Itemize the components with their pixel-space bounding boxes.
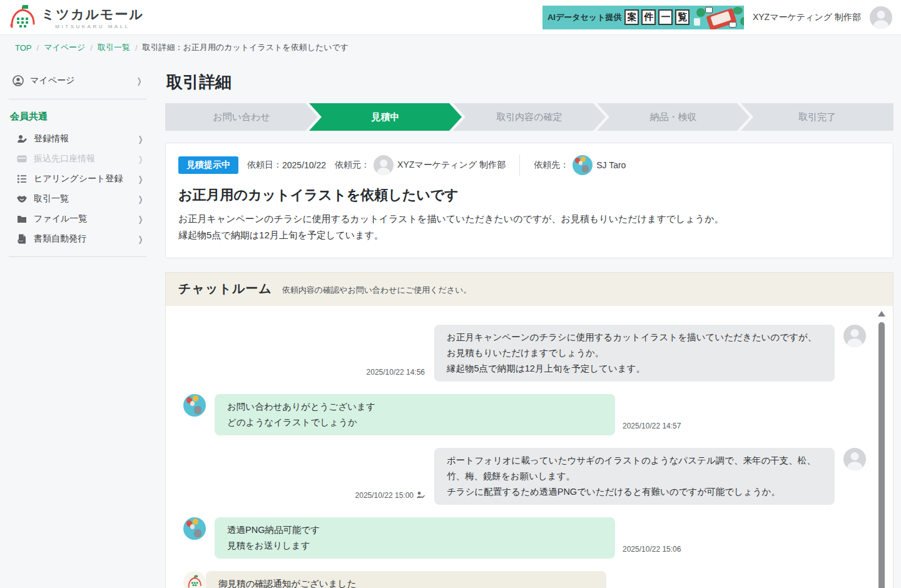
chevron-right-icon: ❯	[138, 155, 143, 164]
chat-message: 2025/10/22 15:00 ポートフォリオに載っていたウサギのイラストのよ…	[183, 448, 866, 505]
page-title: 取引詳細	[166, 71, 893, 93]
main-content: 取引詳細 お問い合わせ 見積中 取引内容の確定 納品・検収 取引完了 見積提示中…	[155, 59, 901, 588]
creator-avatar	[183, 517, 206, 540]
sidebar-item-mypage[interactable]: マイページ ❯	[8, 70, 148, 91]
creator-avatar	[183, 394, 206, 417]
client-avatar	[843, 448, 866, 470]
chevron-right-icon: ❯	[138, 235, 143, 244]
sidebar-item-transaction-list[interactable]: 取引一覧 ❯	[8, 189, 148, 209]
step-delivery-inspection: 納品・検収	[597, 103, 750, 131]
sidebar-item-document-auto-issue[interactable]: PDF 書類自動発行 ❯	[8, 229, 148, 249]
sidebar-item-file-list[interactable]: ファイル一覧 ❯	[8, 209, 148, 229]
message-bubble: 透過PNG納品可能です 見積をお送りします	[215, 517, 615, 559]
transaction-progress-steps: お問い合わせ 見積中 取引内容の確定 納品・検収 取引完了	[165, 103, 893, 131]
sidebar-item-registration-info[interactable]: 登録情報 ❯	[8, 129, 148, 149]
chat-scrollbar[interactable]	[878, 322, 885, 588]
house-logo-icon	[9, 4, 36, 31]
chevron-right-icon: ❯	[137, 76, 142, 86]
client-avatar	[843, 325, 866, 347]
message-timestamp: 2025/10/22 15:06	[623, 545, 681, 554]
breadcrumb-top[interactable]: TOP	[15, 43, 32, 53]
sidebar-divider	[9, 99, 146, 99]
user-edit-icon	[16, 133, 28, 144]
step-estimating: 見積中	[309, 103, 462, 131]
message-bubble: ポートフォリオに載っていたウサギのイラストのようなパステル調で、来年の干支、松、…	[434, 448, 835, 505]
chevron-right-icon: ❯	[138, 134, 143, 144]
bank-card-icon	[16, 153, 28, 165]
chat-room-header: チャットルーム 依頼内容の確認やお問い合わせにご使用ください。	[166, 273, 893, 306]
breadcrumb-mypage[interactable]: マイページ	[44, 42, 85, 53]
logo-subtitle: MITSUKARU MALL	[55, 24, 130, 29]
sidebar: マイページ ❯ 会員共通 登録情報 ❯ 振込先口座情報 ❯	[0, 59, 155, 588]
sidebar-divider	[9, 256, 146, 257]
message-bubble: 御見積の確認通知がございました 見積書	[206, 571, 606, 588]
message-bubble: お正月キャンペーンのチラシに使用するカットイラストを描いていただきたいのですが、…	[434, 325, 835, 382]
app-logo[interactable]: ミツカルモール MITSUKARU MALL	[9, 4, 144, 31]
chat-message-system: 御見積の確認通知がございました 見積書	[183, 571, 866, 588]
system-avatar	[183, 571, 206, 588]
chat-message: 2025/10/22 14:56 お正月キャンペーンのチラシに使用するカットイラ…	[183, 325, 866, 382]
client-avatar	[374, 155, 394, 175]
header-user-avatar[interactable]	[870, 6, 892, 29]
step-confirm-details: 取引内容の確定	[453, 103, 606, 131]
sidebar-item-hearing-sheet[interactable]: ヒアリングシート登録 ❯	[8, 169, 148, 189]
request-detail-card: 見積提示中 依頼日：2025/10/22 依頼元： XYZマーケティング 制作部…	[165, 143, 893, 258]
breadcrumb-current: 取引詳細：お正月用のカットイラストを依頼したいです	[143, 42, 349, 53]
handshake-icon	[16, 193, 28, 205]
status-badge: 見積提示中	[178, 156, 238, 174]
message-timestamp: 2025/10/22 14:56	[367, 368, 425, 377]
step-complete: 取引完了	[741, 103, 893, 131]
meta-divider	[519, 155, 520, 176]
message-timestamp: 2025/10/22 15:00	[355, 491, 425, 500]
banner-label: AIデータセット提供	[547, 12, 622, 23]
creator-avatar	[573, 155, 593, 175]
request-title: お正月用のカットイラストを依頼したいです	[178, 186, 880, 205]
sidebar-item-label: マイページ	[30, 75, 74, 86]
svg-text:PDF: PDF	[19, 240, 24, 243]
sidebar-section-title: 会員共通	[8, 107, 148, 129]
header-user-name: XYZマーケティング 制作部	[753, 12, 861, 23]
folder-icon	[16, 213, 28, 225]
chat-room-section: チャットルーム 依頼内容の確認やお問い合わせにご使用ください。 2025/10/…	[165, 272, 893, 588]
banner-boxed-text: 案 件 一 覧	[624, 9, 690, 25]
chat-message: 透過PNG納品可能です 見積をお送りします 2025/10/22 15:06	[183, 517, 866, 559]
chat-message-list: 2025/10/22 14:56 お正月キャンペーンのチラシに使用するカットイラ…	[166, 306, 893, 588]
chevron-right-icon: ❯	[138, 175, 143, 184]
document-pdf-icon: PDF	[16, 233, 28, 245]
request-description: お正月キャンペーンのチラシに使用するカットイラストを描いていただきたいのですが、…	[178, 211, 880, 244]
chevron-right-icon: ❯	[138, 195, 143, 204]
sidebar-item-bank-account: 振込先口座情報 ❯	[8, 149, 148, 169]
step-inquiry: お問い合わせ	[165, 103, 318, 131]
person-check-icon	[416, 491, 425, 499]
ai-dataset-banner[interactable]: AIデータセット提供 案 件 一 覧	[542, 6, 744, 29]
logo-title: ミツカルモール	[41, 6, 144, 23]
house-logo-icon	[187, 575, 202, 588]
checklist-icon	[16, 173, 28, 185]
app-header: ミツカルモール MITSUKARU MALL AIデータセット提供 案 件 一 …	[0, 0, 901, 35]
request-date: 依頼日：2025/10/22	[247, 160, 326, 171]
chat-message: お問い合わせありがとうございます どのようなイラストでしょうか 2025/10/…	[183, 394, 866, 435]
chat-room-subtitle: 依頼内容の確認やお問い合わせにご使用ください。	[282, 285, 472, 296]
chat-scroll-up-arrow[interactable]	[878, 311, 885, 317]
request-to: 依頼先： SJ Taro	[534, 155, 626, 175]
banner-illustration	[693, 6, 743, 29]
breadcrumb-transactions[interactable]: 取引一覧	[98, 42, 130, 53]
message-bubble: お問い合わせありがとうございます どのようなイラストでしょうか	[215, 394, 615, 435]
user-circle-icon	[13, 75, 24, 86]
breadcrumb: TOP / マイページ / 取引一覧 / 取引詳細：お正月用のカットイラストを依…	[0, 35, 901, 59]
request-from: 依頼元： XYZマーケティング 制作部	[335, 155, 506, 175]
chevron-right-icon: ❯	[138, 215, 143, 224]
message-timestamp: 2025/10/22 14:57	[623, 422, 681, 430]
chat-room-title: チャットルーム	[178, 280, 272, 297]
